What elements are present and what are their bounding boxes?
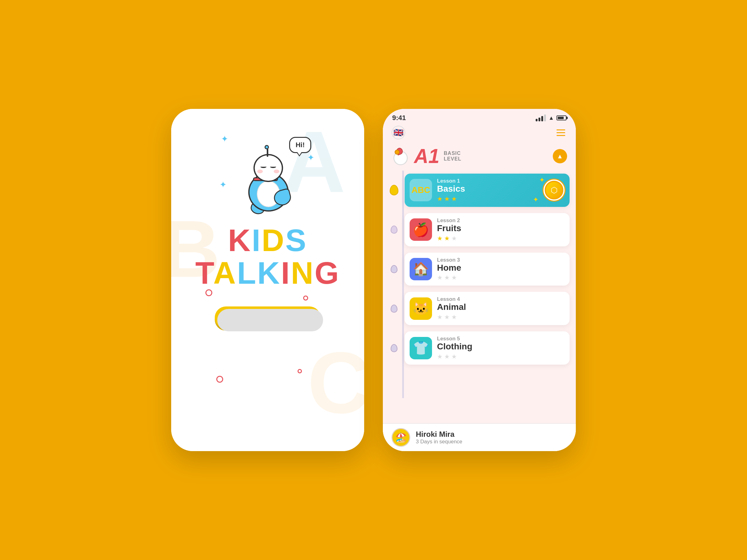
- bird-antenna-ball: [264, 145, 269, 149]
- bird-eye-right: [270, 165, 276, 168]
- user-streak: 3 Days in sequence: [416, 439, 462, 445]
- ham-line-1: [557, 129, 565, 130]
- letter-a: A: [213, 256, 237, 290]
- star-2-3: ★: [451, 235, 457, 242]
- language-flag-button[interactable]: 🇬🇧: [391, 126, 405, 139]
- level-a1-text: A1: [414, 146, 439, 166]
- hamburger-menu-button[interactable]: [555, 128, 567, 138]
- bar-2: [538, 117, 540, 121]
- lesson-stars-4: ★ ★ ★: [437, 313, 565, 321]
- lesson-item-3: 🏠 Lesson 3 Home ★ ★ ★: [383, 249, 576, 289]
- letter-s: S: [285, 223, 308, 258]
- deco-circle-2: [303, 296, 308, 300]
- lesson-item-5: 👕 Lesson 5 Clothing ★ ★ ★: [383, 328, 576, 368]
- deco-circle-4: [298, 369, 302, 373]
- lesson-info-3: Lesson 3 Home ★ ★ ★: [437, 257, 565, 282]
- sparkle-2: ✦: [307, 153, 314, 163]
- lesson-stars-5: ★ ★ ★: [437, 353, 565, 360]
- status-icons: ▲: [536, 114, 566, 121]
- lesson-card-1[interactable]: ✦ ✦ ABC Lesson 1 Basics ★ ★ ★: [405, 174, 570, 207]
- lesson-card-5[interactable]: 👕 Lesson 5 Clothing ★ ★ ★: [405, 331, 570, 365]
- abc-icon: ABC: [411, 185, 431, 195]
- star-3-2: ★: [444, 274, 450, 281]
- wifi-icon: ▲: [548, 115, 554, 121]
- lesson-stars-2: ★ ★ ★: [437, 235, 565, 242]
- lesson-number-3: Lesson 3: [437, 257, 565, 263]
- letter-i: I: [252, 223, 262, 258]
- timeline-egg-4: [391, 304, 397, 313]
- status-bar: 9:41 ▲: [383, 109, 576, 125]
- star-2-2: ★: [444, 235, 450, 242]
- battery-icon: [557, 115, 566, 121]
- lesson-card-4[interactable]: 🐱 Lesson 4 Animal ★ ★ ★: [405, 292, 570, 325]
- lesson-info-2: Lesson 2 Fruits ★ ★ ★: [437, 217, 565, 242]
- signal-bars: [536, 114, 546, 121]
- lesson-name-4: Animal: [437, 302, 565, 312]
- star-5-3: ★: [451, 353, 457, 360]
- sparkle-3: ✦: [220, 180, 227, 190]
- deco-circle-3: [216, 376, 223, 383]
- lesson-item-2: 🍎 Lesson 2 Fruits ★ ★ ★: [383, 210, 576, 249]
- bird-eye-left: [260, 165, 266, 168]
- lesson-icon-1: ABC: [410, 179, 432, 201]
- timeline-node-2: [388, 224, 400, 235]
- speech-bubble: Hi!: [289, 137, 311, 153]
- letter-k: K: [228, 223, 252, 258]
- bar-3: [541, 116, 543, 121]
- loading-btn-shadow: [217, 309, 323, 331]
- bird-cheek: [257, 169, 263, 173]
- splash-screen: A B C Hi! ✦ ✦ ✦: [171, 109, 364, 451]
- collapse-button[interactable]: ▲: [553, 149, 567, 163]
- loading-button-wrap: LOADING: [215, 306, 320, 329]
- timeline-egg-2: [391, 225, 397, 234]
- bird-head: [253, 154, 283, 182]
- lesson-icon-2: 🍎: [410, 218, 432, 241]
- bird-antenna: [267, 149, 268, 157]
- star-2-1: ★: [437, 235, 443, 242]
- timeline-node-1: [388, 185, 400, 196]
- lesson-screen: 9:41 ▲ 🇬🇧: [383, 109, 576, 451]
- timeline-node-5: [388, 343, 400, 354]
- star-4-1: ★: [437, 313, 443, 321]
- lesson-name-3: Home: [437, 263, 565, 273]
- small-mascot: [391, 147, 410, 165]
- lesson-name-5: Clothing: [437, 342, 565, 351]
- lesson-card-2[interactable]: 🍎 Lesson 2 Fruits ★ ★ ★: [405, 213, 570, 246]
- app-title: KIDS TALKING: [195, 224, 340, 289]
- letter-g: G: [315, 256, 340, 290]
- medal-container: ⬡: [543, 180, 565, 201]
- faint-letter-c: C: [308, 339, 364, 426]
- flag-emoji: 🇬🇧: [393, 128, 403, 137]
- ham-line-2: [557, 132, 565, 133]
- bird-cheek-r: [274, 169, 279, 173]
- lesson-list: ✦ ✦ ABC Lesson 1 Basics ★ ★ ★: [383, 170, 576, 423]
- mascot: Hi! ✦ ✦ ✦: [218, 134, 317, 215]
- card-sparkle-2: ✦: [533, 196, 538, 204]
- lesson-info-5: Lesson 5 Clothing ★ ★ ★: [437, 336, 565, 360]
- level-header: A1 BASIC LEVEL ▲: [383, 143, 576, 170]
- star-4-2: ★: [444, 313, 450, 321]
- timeline-node-3: [388, 264, 400, 275]
- star-1-3: ★: [451, 195, 457, 203]
- medal-badge: ⬡: [543, 180, 565, 201]
- lesson-name-2: Fruits: [437, 224, 565, 233]
- lesson-icon-3: 🏠: [410, 258, 432, 280]
- lesson-number-2: Lesson 2: [437, 217, 565, 224]
- level-label-level: LEVEL: [444, 156, 462, 162]
- lesson-item-4: 🐱 Lesson 4 Animal ★ ★ ★: [383, 289, 576, 328]
- level-info: BASIC LEVEL: [444, 151, 462, 162]
- lesson-card-3[interactable]: 🏠 Lesson 3 Home ★ ★ ★: [405, 252, 570, 286]
- sparkle-1: ✦: [221, 134, 228, 144]
- level-label-basic: BASIC: [444, 151, 462, 156]
- star-3-1: ★: [437, 274, 443, 281]
- star-5-2: ★: [444, 353, 450, 360]
- mascot-head-sm: [395, 150, 400, 155]
- star-1-1: ★: [437, 195, 443, 203]
- bird-body-container: [244, 166, 291, 215]
- top-nav: 🇬🇧: [383, 125, 576, 143]
- lesson-info-4: Lesson 4 Animal ★ ★ ★: [437, 296, 565, 321]
- card-sparkle-1: ✦: [539, 176, 545, 184]
- lesson-number-5: Lesson 5: [437, 336, 565, 342]
- status-time: 9:41: [392, 114, 406, 122]
- letter-i2: I: [281, 256, 291, 290]
